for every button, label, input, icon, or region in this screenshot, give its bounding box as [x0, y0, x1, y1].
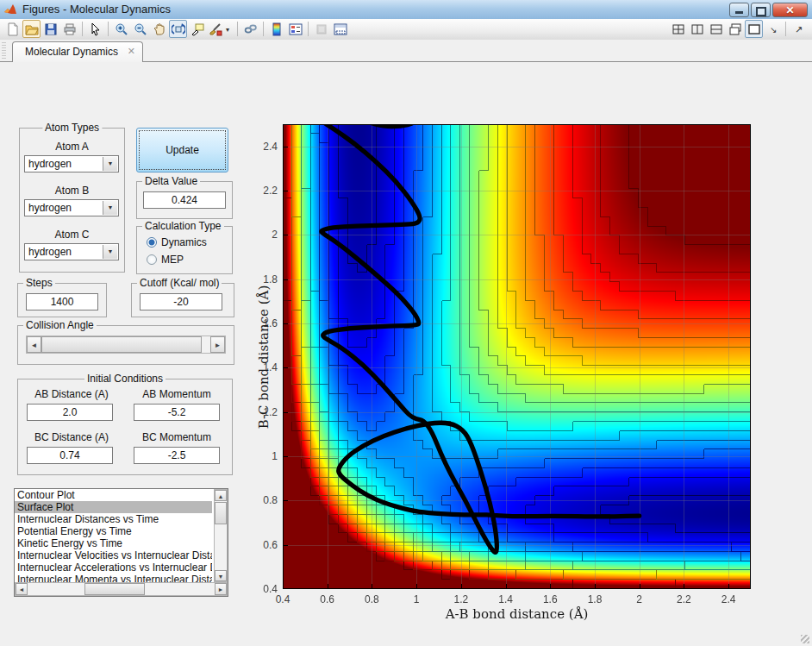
list-item[interactable]: Kinetic Energy vs Time: [15, 537, 212, 549]
minimize-button[interactable]: [729, 3, 749, 17]
insert-colorbar-icon[interactable]: [267, 20, 285, 38]
x-tick-label: 2: [627, 593, 653, 605]
toolbar-separator: [785, 22, 786, 36]
show-plot-tools-icon[interactable]: [331, 20, 349, 38]
init-cond-field-ab-momentum[interactable]: [134, 404, 220, 421]
scroll-left-icon[interactable]: ◄: [16, 583, 28, 595]
delta-value-field[interactable]: [143, 191, 226, 209]
radio-selected-icon[interactable]: [147, 237, 157, 248]
tab-close-icon[interactable]: ✕: [128, 46, 135, 57]
open-file-icon[interactable]: [22, 20, 41, 38]
layout-single-icon[interactable]: [745, 20, 763, 38]
undock-icon[interactable]: ↗: [790, 20, 808, 38]
zoom-in-icon[interactable]: [112, 20, 130, 38]
restore-button[interactable]: [751, 3, 771, 17]
y-tick-label: 0.6: [248, 539, 278, 551]
list-item[interactable]: Surface Plot: [15, 501, 212, 513]
layout-grid-icon[interactable]: [669, 20, 687, 38]
list-item[interactable]: Potential Energy vs Time: [15, 525, 212, 537]
x-tick-label: 0.4: [270, 593, 296, 605]
hscroll-thumb[interactable]: [84, 583, 145, 595]
tab-molecular-dynamics[interactable]: Molecular Dynamics ✕: [12, 41, 143, 62]
insert-legend-icon[interactable]: [286, 20, 304, 38]
chevron-down-icon[interactable]: ▼: [103, 245, 117, 259]
x-tick-label: 1: [403, 593, 429, 605]
brush-dropdown-icon[interactable]: ▾: [226, 26, 229, 34]
list-vscrollbar[interactable]: ▲ ▼: [214, 489, 228, 582]
minimize-panel-icon[interactable]: ↘: [764, 20, 782, 38]
edit-plot-icon[interactable]: [86, 20, 104, 38]
init-cond-field-ab-distance-a-[interactable]: [27, 404, 113, 421]
vscroll-thumb[interactable]: [215, 502, 227, 524]
calculation-type-group: Calculation Type: [136, 226, 233, 274]
atom-a-dropdown[interactable]: hydrogen ▼: [24, 155, 119, 172]
layout-float-icon[interactable]: [726, 20, 744, 38]
list-item[interactable]: Internuclear Accelerations vs Internucle…: [15, 561, 212, 574]
slider-right-arrow-icon[interactable]: ►: [210, 336, 225, 353]
init-cond-label: AB Distance (A): [24, 388, 119, 400]
svg-text:↗: ↗: [795, 24, 803, 34]
plot-type-listbox[interactable]: Contour PlotSurface PlotInternuclear Dis…: [14, 488, 228, 597]
resize-grip[interactable]: [801, 635, 809, 643]
radio-mep[interactable]: MEP: [147, 254, 229, 267]
x-tick-label: 0.8: [359, 593, 384, 605]
slider-thumb[interactable]: [41, 336, 202, 353]
atom-b-value: hydrogen: [28, 202, 72, 214]
atom-b-label: Atom B: [19, 185, 125, 197]
title-bar[interactable]: Figures - Molecular Dynamics ✕: [0, 0, 812, 20]
close-button[interactable]: ✕: [772, 3, 808, 17]
hide-plot-tools-icon: [312, 20, 330, 38]
y-tick-label: 0.8: [248, 494, 278, 506]
slider-left-arrow-icon[interactable]: ◄: [27, 336, 41, 353]
close-group-icon[interactable]: ✕: [809, 20, 812, 38]
layout-horizontal-icon[interactable]: [707, 20, 725, 38]
list-item[interactable]: Internuclear Distances vs Time: [15, 513, 212, 525]
contour-plot-canvas[interactable]: [283, 124, 751, 589]
steps-field[interactable]: [26, 293, 98, 310]
pan-icon[interactable]: [150, 20, 168, 38]
toolbar-separator: [108, 22, 109, 36]
atom-c-label: Atom C: [19, 229, 125, 241]
x-tick-label: 0.6: [315, 593, 340, 605]
toolbar-grip[interactable]: [2, 42, 6, 60]
save-figure-icon[interactable]: [41, 20, 59, 38]
init-cond-field-bc-momentum[interactable]: [134, 447, 220, 464]
list-item[interactable]: Contour Plot: [15, 489, 212, 501]
cutoff-field[interactable]: [140, 293, 222, 310]
x-tick-label: 2.4: [715, 593, 741, 605]
calculation-type-title: Calculation Type: [142, 220, 224, 232]
init-cond-field-bc-distance-a-[interactable]: [27, 447, 113, 464]
initial-conditions-title: Initial Conditions: [84, 373, 166, 385]
atom-c-dropdown[interactable]: hydrogen ▼: [24, 243, 119, 260]
zoom-out-icon[interactable]: [131, 20, 149, 38]
list-item[interactable]: Internuclear Velocities vs Internuclear …: [15, 549, 212, 561]
x-tick-label: 1.8: [582, 593, 608, 605]
svg-text:↘: ↘: [770, 25, 777, 34]
scroll-right-icon[interactable]: ►: [215, 583, 227, 595]
chevron-down-icon[interactable]: ▼: [103, 201, 117, 215]
update-button[interactable]: Update: [136, 128, 228, 172]
data-cursor-icon[interactable]: [188, 20, 206, 38]
collision-angle-slider[interactable]: ◄ ►: [26, 336, 226, 354]
chevron-down-icon[interactable]: ▼: [103, 157, 117, 171]
y-tick-label: 2.2: [248, 185, 278, 197]
x-tick-label: 1.6: [537, 593, 563, 605]
new-figure-icon[interactable]: [3, 20, 22, 38]
atom-a-value: hydrogen: [28, 158, 72, 170]
scroll-down-icon[interactable]: ▼: [215, 570, 227, 581]
toolbar: ▾↘↗✕: [0, 19, 812, 41]
atom-b-dropdown[interactable]: hydrogen ▼: [24, 199, 119, 216]
scroll-up-icon[interactable]: ▲: [215, 490, 227, 501]
layout-vertical-icon[interactable]: [688, 20, 706, 38]
link-plot-icon[interactable]: [241, 20, 259, 38]
radio-unselected-icon[interactable]: [147, 254, 157, 265]
list-hscrollbar[interactable]: ◄ ►: [15, 582, 228, 596]
figures-window: Figures - Molecular Dynamics ✕ ▾↘↗✕ Mole…: [0, 0, 812, 646]
rotate-3d-icon[interactable]: [169, 20, 187, 38]
print-figure-icon[interactable]: [60, 20, 78, 38]
brush-icon[interactable]: [207, 20, 225, 38]
radio-dynamics[interactable]: Dynamics: [147, 236, 229, 249]
toolbar-separator: [308, 22, 309, 36]
atom-types-title: Atom Types: [42, 122, 102, 134]
x-axis-label: A-B bond distance (Å): [283, 606, 751, 622]
